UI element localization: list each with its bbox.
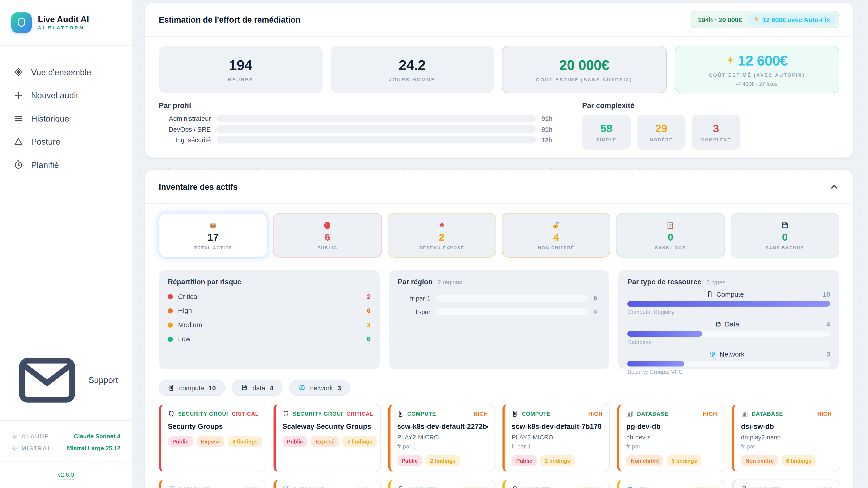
sidebar-item-new-audit[interactable]: Nouvel audit xyxy=(0,84,132,107)
severity-badge: HIGH xyxy=(703,411,717,417)
region-panel: Par région 2 régions fr-par-1 9 fr-par xyxy=(389,270,610,369)
finding-card[interactable]: COMPUTE HIGH scw-k8s-dev-default-7b170ff… xyxy=(503,404,610,473)
low-dot-icon xyxy=(168,336,173,341)
model-row-claude: CLAUDE Claude Sonnet 4 xyxy=(11,433,121,440)
finding-card[interactable]: SECURITY GROUPS CRITICAL Scaleway Securi… xyxy=(274,404,381,473)
severity-badge: MEDIUM xyxy=(579,486,602,488)
severity-badge: CRITICAL xyxy=(346,411,373,417)
resource-row-data: Data 4 Database xyxy=(627,320,830,345)
sidebar-item-label: Posture xyxy=(31,137,60,147)
finding-card[interactable]: COMPUTE HIGH scw-k8s-dev-default-2272bd.… xyxy=(388,404,495,473)
app-logo: Live Audit AI AI PLATFORM xyxy=(0,0,132,46)
sidebar-item-scheduled[interactable]: Planifié xyxy=(0,153,132,176)
finding-card[interactable]: DATABASE HIGH dsi-mysql-db xyxy=(159,480,266,488)
floppy-icon xyxy=(780,221,789,230)
asset-card-total[interactable]: 17 TOTAL ACTIFS xyxy=(159,213,268,258)
chip-network[interactable]: network 3 xyxy=(289,380,350,396)
red-circle-icon xyxy=(323,221,332,230)
diamond-icon xyxy=(13,67,23,77)
complexity-simple: 58 SIMPLE xyxy=(582,115,631,150)
badge-findings-count: 8 findings xyxy=(228,436,262,447)
finding-card[interactable]: VPC MEDIUM Scaleway VPC xyxy=(617,480,725,488)
severity-badge: HIGH xyxy=(473,411,488,417)
high-dot-icon xyxy=(168,308,173,313)
base-cost-label: 194h · 20 000€ xyxy=(698,16,742,23)
finding-card[interactable]: DATABASE HIGH pg-dev-db db-dev-s fr-par … xyxy=(617,404,725,473)
model-list: CLAUDE Claude Sonnet 4 MISTRAL Mistral L… xyxy=(0,421,132,461)
finding-card[interactable]: SECURITY GROUPS CRITICAL Security Groups… xyxy=(159,404,266,473)
risk-row-high: High 6 xyxy=(168,307,371,315)
model-name: Mistral Large 25.12 xyxy=(67,445,120,451)
version-link[interactable]: v2.6.0 xyxy=(58,471,74,480)
finding-card[interactable]: DATABASE HIGH pg-prod-db xyxy=(274,480,381,488)
finding-card[interactable]: COMPUTE LOW scw-k8s-dev-default-1d72f53.… xyxy=(732,480,839,488)
sidebar: Live Audit AI AI PLATFORM Vue d'ensemble… xyxy=(0,0,132,488)
resource-type-count: 5 types xyxy=(706,279,725,285)
bar-chart-icon xyxy=(283,486,290,488)
type-filter-chips: compute 10 data 4 network 3 xyxy=(159,380,839,396)
estimation-card: Estimation de l'effort de remédiation 19… xyxy=(145,2,853,158)
floppy-icon xyxy=(715,321,721,328)
finding-card[interactable]: DATABASE HIGH dsi-sw-db db-play2-nano fr… xyxy=(732,404,839,473)
stat-man-days: 24.2 JOURS-HOMME xyxy=(330,46,494,93)
server-icon xyxy=(706,291,713,298)
badge-expose: Exposé xyxy=(196,436,224,447)
asset-card-unencrypted[interactable]: 4 NON CHIFFRÉ xyxy=(502,213,611,258)
badge-expose: Exposé xyxy=(311,436,339,447)
model-provider: CLAUDE xyxy=(22,433,49,439)
diamond-icon xyxy=(11,445,18,451)
sidebar-item-label: Planifié xyxy=(31,160,59,170)
severity-badge: HIGH xyxy=(359,486,373,488)
region-row-fr-par: fr-par 4 xyxy=(398,308,600,315)
model-provider: MISTRAL xyxy=(22,445,52,451)
open-lock-icon xyxy=(552,221,561,230)
badge-findings-count: 7 findings xyxy=(342,436,377,447)
effort-stats: 194 HEURES 24.2 JOURS-HOMME 20 000€ COÛT… xyxy=(159,46,839,93)
profil-row-administrateur: Administrateur 91h xyxy=(159,115,557,122)
asset-card-no-logs[interactable]: 0 SANS LOGS xyxy=(616,213,725,258)
finding-card[interactable]: COMPUTE MEDIUM scw-k8s-ACME Corp-dsi-def… xyxy=(503,480,610,488)
region-count: 2 régions xyxy=(438,279,462,285)
par-profil-section: Par profil Administrateur 91h DevOps / S… xyxy=(159,101,557,150)
badge-public: Public xyxy=(168,436,193,447)
autofix-savings: -7 400€ · 27 fixes xyxy=(736,80,778,87)
badge-unencrypted: Non chiffré xyxy=(626,455,664,466)
severity-badge: CRITICAL xyxy=(232,411,259,417)
severity-badge: MEDIUM xyxy=(694,486,717,488)
resource-row-compute: Compute 10 Compute, Registry xyxy=(627,290,830,315)
chip-data[interactable]: data 4 xyxy=(232,380,282,396)
profil-row-ing-securite: Ing. sécurité 12h xyxy=(159,136,557,144)
inventory-card: Inventaire des actifs 17 TOTAL ACTIFS 6 … xyxy=(145,169,853,488)
severity-badge: LOW xyxy=(819,486,832,488)
resource-row-network: Network 3 Security Groups, VPC xyxy=(627,350,830,375)
badge-unencrypted: Non chiffré xyxy=(741,455,778,466)
plus-icon xyxy=(13,90,23,100)
main-content: Estimation de l'effort de remédiation 19… xyxy=(132,0,868,488)
region-row-fr-par-1: fr-par-1 9 xyxy=(398,295,600,302)
asset-card-no-backup[interactable]: 0 SANS BACKUP xyxy=(731,213,839,258)
sidebar-item-history[interactable]: Historique xyxy=(0,107,132,130)
badge-public: Public xyxy=(397,455,422,466)
stat-hours: 194 HEURES xyxy=(159,46,322,93)
finding-card[interactable]: COMPUTE MEDIUM scw-k8s-ACME Corp-dsi-def… xyxy=(388,480,495,488)
risk-row-medium: Medium 3 xyxy=(168,321,371,329)
par-complexite-section: Par complexité 58 SIMPLE 29 MODÉRÉ xyxy=(582,101,839,150)
shield-icon xyxy=(283,410,289,418)
chevron-up-icon[interactable] xyxy=(829,182,839,192)
bar-chart-icon xyxy=(626,410,634,418)
sidebar-item-posture[interactable]: Posture xyxy=(0,130,132,153)
mail-icon xyxy=(13,347,81,414)
severity-badge: HIGH xyxy=(244,486,258,488)
server-icon xyxy=(397,410,404,418)
shield-icon xyxy=(168,410,175,418)
package-icon xyxy=(209,221,218,230)
siren-icon xyxy=(437,221,446,230)
globe-icon xyxy=(298,384,306,392)
chip-compute[interactable]: compute 10 xyxy=(159,380,225,396)
sidebar-item-support[interactable]: Support xyxy=(0,340,132,420)
risk-row-low: Low 6 xyxy=(168,335,371,343)
asset-card-network-exposed[interactable]: 2 RÉSEAU EXPOSÉ xyxy=(388,213,496,258)
sidebar-item-overview[interactable]: Vue d'ensemble xyxy=(0,61,132,84)
globe-icon xyxy=(626,486,634,488)
asset-card-public[interactable]: 6 PUBLIC xyxy=(273,213,382,258)
